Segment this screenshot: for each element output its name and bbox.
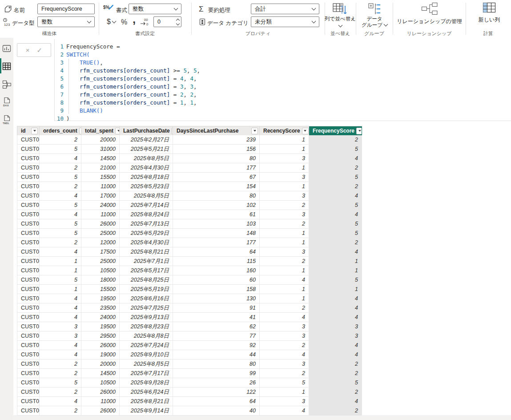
cell[interactable]: 2: [309, 238, 362, 247]
cell[interactable]: 3: [260, 154, 309, 163]
percent-format-icon[interactable]: %: [121, 18, 127, 26]
cell[interactable]: 2: [309, 359, 362, 369]
cell[interactable]: 5: [309, 201, 362, 210]
cell[interactable]: 5: [309, 275, 362, 285]
cell[interactable]: 12000: [81, 238, 120, 247]
cell[interactable]: 1: [40, 285, 81, 294]
cell[interactable]: 2: [309, 406, 362, 416]
manage-relationships-button[interactable]: リレーションシップの管理: [395, 2, 464, 24]
cell[interactable]: CUST002: [17, 145, 40, 154]
cell[interactable]: 40: [173, 406, 260, 416]
cell[interactable]: 4: [260, 406, 309, 416]
cell[interactable]: 92: [173, 341, 260, 350]
cell[interactable]: 2025年8月5日: [120, 191, 173, 201]
cell[interactable]: 4: [40, 341, 81, 350]
cell[interactable]: 2025年7月17日: [120, 369, 173, 378]
cell[interactable]: CUST020: [17, 313, 40, 322]
cell[interactable]: 3: [260, 210, 309, 219]
cell[interactable]: 3: [40, 322, 81, 331]
cell[interactable]: 2: [40, 388, 81, 397]
cell[interactable]: 1: [309, 266, 362, 275]
cell[interactable]: 2: [260, 257, 309, 266]
cell[interactable]: 2025年5月23日: [120, 182, 173, 191]
cell[interactable]: 19500: [81, 294, 120, 303]
data-type-select[interactable]: 整数: [37, 16, 95, 27]
cell[interactable]: CUST003: [17, 154, 40, 163]
cell[interactable]: 1: [40, 266, 81, 275]
cell[interactable]: CUST028: [17, 388, 40, 397]
cell[interactable]: 10500: [81, 378, 120, 388]
cell[interactable]: CUST023: [17, 341, 40, 350]
cell[interactable]: 2: [260, 303, 309, 313]
cell[interactable]: CUST008: [17, 201, 40, 210]
cell[interactable]: 5: [309, 219, 362, 229]
cell[interactable]: CUST030: [17, 406, 40, 416]
cell[interactable]: 2025年2月27日: [120, 135, 173, 145]
cell[interactable]: 31000: [81, 145, 120, 154]
cell[interactable]: 1: [260, 285, 309, 294]
cell[interactable]: 99: [173, 369, 260, 378]
cell[interactable]: 2: [309, 388, 362, 397]
code-line[interactable]: 3 TRUE(),: [55, 59, 511, 67]
code-line[interactable]: 7 rfm_customers[orders_count] = 2, 2,: [55, 91, 511, 99]
code-line[interactable]: 2SWITCH(: [55, 51, 511, 59]
cell[interactable]: CUST016: [17, 275, 40, 285]
cell[interactable]: 23500: [81, 303, 120, 313]
model-view-button[interactable]: [2, 79, 12, 90]
cell[interactable]: 2: [260, 369, 309, 378]
cell[interactable]: 5: [309, 229, 362, 238]
cell[interactable]: 91: [173, 303, 260, 313]
table-view-button[interactable]: [2, 61, 12, 72]
format-select[interactable]: 整数: [129, 4, 181, 14]
currency-format-icon[interactable]: $: [107, 18, 116, 26]
cell[interactable]: 1: [260, 145, 309, 154]
cell[interactable]: 1: [260, 229, 309, 238]
cell[interactable]: 4: [309, 397, 362, 406]
column-header-FrequencyScore[interactable]: FrequencyScore: [309, 126, 362, 135]
cell[interactable]: 2025年8月23日: [120, 322, 173, 331]
cell[interactable]: 115: [173, 257, 260, 266]
code-line[interactable]: 6 rfm_customers[orders_count] = 3, 3,: [55, 83, 511, 91]
column-header-id[interactable]: id: [17, 126, 40, 135]
cell[interactable]: 80: [173, 359, 260, 369]
cell[interactable]: CUST024: [17, 350, 40, 359]
cell[interactable]: 5: [40, 378, 81, 388]
cell[interactable]: 14500: [81, 154, 120, 163]
cell[interactable]: 4: [40, 210, 81, 219]
cell[interactable]: CUST010: [17, 219, 40, 229]
cell[interactable]: 26000: [81, 406, 120, 416]
cell[interactable]: 15500: [81, 285, 120, 294]
cell[interactable]: 4: [260, 313, 309, 322]
cell[interactable]: 4: [309, 313, 362, 322]
cell[interactable]: 160: [173, 266, 260, 275]
new-column-button[interactable]: 新しい列: [469, 2, 509, 23]
cell[interactable]: 239: [173, 135, 260, 145]
cell[interactable]: 4: [309, 247, 362, 257]
cell[interactable]: 14500: [81, 369, 120, 378]
decimal-places-spinner[interactable]: 0: [153, 16, 181, 27]
cell[interactable]: 103: [173, 219, 260, 229]
cell[interactable]: 4: [40, 313, 81, 322]
column-header-RecencyScore[interactable]: RecencyScore: [260, 126, 309, 135]
cell[interactable]: 1: [260, 388, 309, 397]
cell[interactable]: 2025年5月17日: [120, 266, 173, 275]
cell[interactable]: 1: [260, 163, 309, 173]
cell[interactable]: 2025年7月14日: [120, 201, 173, 210]
cell[interactable]: 62: [173, 322, 260, 331]
cell[interactable]: 26000: [81, 341, 120, 350]
dax-formula-editor[interactable]: 1FrequencyScore =2SWITCH(3 TRUE(),4 rfm_…: [54, 39, 511, 121]
cell[interactable]: 5: [40, 275, 81, 285]
cell[interactable]: CUST022: [17, 331, 40, 341]
filter-dropdown-button[interactable]: [356, 128, 362, 134]
cell[interactable]: 2025年5月21日: [120, 145, 173, 154]
column-header-DaysSinceLastPurchase[interactable]: DaysSinceLastPurchase: [173, 126, 260, 135]
cell[interactable]: 77: [173, 331, 260, 341]
cell[interactable]: 29500: [81, 331, 120, 341]
cell[interactable]: 5: [40, 201, 81, 210]
cell[interactable]: 17500: [81, 247, 120, 257]
cell[interactable]: 67: [173, 173, 260, 182]
column-header-orders_count[interactable]: orders_count: [40, 126, 81, 135]
cell[interactable]: 4: [40, 191, 81, 201]
cell[interactable]: 158: [173, 285, 260, 294]
cell[interactable]: 2025年7月24日: [120, 341, 173, 350]
